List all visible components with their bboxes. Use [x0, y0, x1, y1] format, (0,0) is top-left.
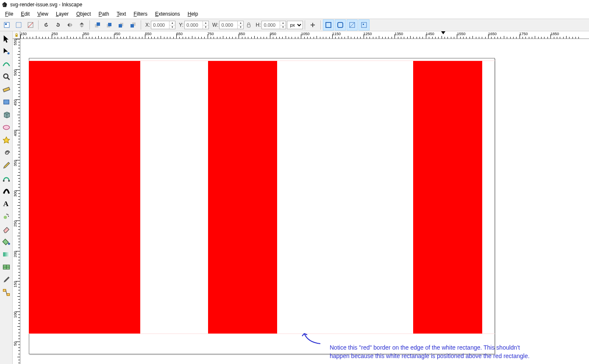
- titlebar: svg-render-issue.svg - Inkscape: [0, 0, 589, 9]
- menu-edit[interactable]: Edit: [17, 10, 33, 18]
- scale-stroke-button[interactable]: [323, 19, 334, 30]
- lock-icon[interactable]: [246, 22, 252, 28]
- svg-rect-2: [5, 23, 7, 25]
- toolbar-separator: [38, 20, 39, 30]
- svg-rect-16: [338, 22, 343, 28]
- svg-point-26: [3, 125, 9, 130]
- tool-spiral[interactable]: [0, 146, 12, 159]
- w-input[interactable]: ▲▼: [219, 21, 244, 29]
- svg-rect-11: [119, 24, 122, 28]
- move-gradients-button[interactable]: [347, 19, 358, 30]
- red-rectangle-2[interactable]: [208, 61, 277, 334]
- toolbar-separator: [305, 20, 305, 30]
- annotation-arrow: [299, 331, 325, 348]
- tool-ellipse[interactable]: [0, 121, 12, 134]
- select-all-button[interactable]: [13, 19, 24, 30]
- svg-point-33: [6, 214, 8, 215]
- svg-rect-14: [247, 25, 250, 27]
- select-all-layers-button[interactable]: [1, 19, 12, 30]
- tool-sculpt[interactable]: [0, 58, 12, 70]
- lower-bottom-button[interactable]: [128, 19, 139, 30]
- svg-rect-9: [108, 23, 111, 26]
- tool-connector[interactable]: [0, 286, 12, 299]
- menu-text[interactable]: Text: [113, 10, 129, 18]
- ruler-corner-lock-icon[interactable]: [13, 31, 20, 39]
- flip-vertical-button[interactable]: [76, 19, 87, 30]
- menu-help[interactable]: Help: [184, 10, 202, 18]
- toolbar: X: ▲▼ Y: ▲▼ W: ▲▼ H: ▲▼ px: [0, 19, 589, 31]
- y-input[interactable]: ▲▼: [184, 21, 209, 29]
- unit-select[interactable]: px: [287, 21, 303, 29]
- red-bleed-line: [29, 334, 495, 334]
- svg-line-5: [28, 22, 33, 28]
- rotate-ccw-button[interactable]: [41, 19, 52, 30]
- affect-move-button[interactable]: [307, 19, 318, 30]
- svg-rect-40: [7, 294, 9, 296]
- svg-point-21: [7, 52, 9, 55]
- svg-line-23: [7, 78, 9, 80]
- menu-file[interactable]: File: [2, 10, 17, 18]
- svg-point-28: [8, 180, 10, 182]
- lower-button[interactable]: [116, 19, 127, 30]
- svg-line-41: [6, 290, 7, 295]
- tool-eraser[interactable]: [0, 223, 12, 235]
- svg-rect-25: [3, 100, 9, 104]
- svg-rect-15: [326, 22, 331, 28]
- tool-pencil[interactable]: [0, 159, 12, 172]
- tool-bezier[interactable]: [0, 172, 12, 185]
- rotate-cw-button[interactable]: [53, 19, 64, 30]
- toolbox: A: [0, 31, 13, 364]
- tool-bucket[interactable]: [0, 235, 12, 248]
- h-input[interactable]: ▲▼: [261, 21, 286, 29]
- deselect-button[interactable]: [25, 19, 36, 30]
- svg-point-31: [7, 214, 8, 215]
- x-input[interactable]: ▲▼: [151, 21, 175, 29]
- menu-filters[interactable]: Filters: [130, 10, 151, 18]
- scale-corners-button[interactable]: [335, 19, 346, 30]
- svg-rect-42: [15, 35, 17, 36]
- menu-layer[interactable]: Layer: [53, 10, 72, 18]
- menu-extensions[interactable]: Extensions: [152, 10, 183, 18]
- svg-rect-3: [16, 22, 21, 28]
- tool-spray[interactable]: [0, 210, 12, 223]
- tool-selector[interactable]: [0, 32, 12, 45]
- tool-measure[interactable]: [0, 83, 12, 96]
- red-rectangle-3[interactable]: [413, 61, 482, 334]
- red-rectangle-1[interactable]: [29, 61, 140, 334]
- x-label: X:: [145, 22, 150, 28]
- y-label: Y:: [179, 22, 183, 28]
- tool-star[interactable]: [0, 134, 12, 146]
- ruler-horizontal[interactable]: 1502503504505506507508509501050115012501…: [20, 31, 589, 39]
- svg-rect-13: [131, 24, 134, 28]
- tool-calligraphy[interactable]: [0, 185, 12, 197]
- flip-horizontal-button[interactable]: [64, 19, 75, 30]
- tool-mesh[interactable]: [0, 261, 12, 273]
- svg-point-27: [3, 180, 4, 182]
- toolbar-separator: [141, 20, 141, 30]
- menu-view[interactable]: View: [34, 10, 52, 18]
- svg-point-30: [3, 216, 7, 219]
- svg-point-0: [3, 5, 4, 6]
- toolbar-separator: [89, 20, 90, 30]
- tool-zoom[interactable]: [0, 70, 12, 83]
- menubar: FileEditViewLayerObjectPathTextFiltersEx…: [0, 9, 589, 19]
- window-title: svg-render-issue.svg - Inkscape: [10, 2, 82, 8]
- menu-object[interactable]: Object: [73, 10, 94, 18]
- tool-cube[interactable]: [0, 108, 12, 121]
- svg-rect-39: [3, 290, 6, 292]
- raise-top-button[interactable]: [92, 19, 103, 30]
- svg-rect-20: [363, 24, 364, 25]
- svg-text:A: A: [3, 199, 8, 208]
- ruler-vertical[interactable]: 550500450400350300250200150100500: [13, 39, 20, 364]
- move-patterns-button[interactable]: [358, 19, 370, 30]
- toolbar-separator: [320, 20, 321, 30]
- tool-node[interactable]: [0, 45, 12, 58]
- svg-point-34: [8, 243, 10, 245]
- canvas[interactable]: Notice this "red" border on the edge of …: [20, 39, 589, 364]
- tool-text[interactable]: A: [0, 197, 12, 210]
- tool-dropper[interactable]: [0, 273, 12, 286]
- menu-path[interactable]: Path: [95, 10, 113, 18]
- raise-button[interactable]: [104, 19, 115, 30]
- tool-gradient[interactable]: [0, 248, 12, 261]
- tool-rect[interactable]: [0, 96, 12, 108]
